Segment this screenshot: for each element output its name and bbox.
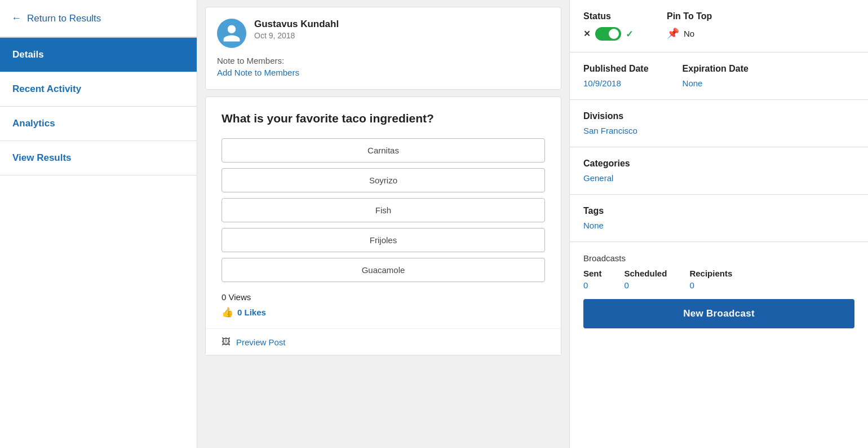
sent-header: Sent	[583, 269, 602, 278]
dates-section: Published Date 10/9/2018 Expiration Date…	[570, 52, 868, 100]
pin-icon: 📌	[667, 27, 679, 39]
arrow-left-icon: ←	[11, 12, 21, 24]
status-toggle[interactable]	[595, 27, 621, 41]
expiration-date-value: None	[683, 78, 749, 88]
poll-option-soyrizo[interactable]: Soyrizo	[222, 168, 545, 192]
pin-value: No	[684, 29, 694, 38]
categories-value: General	[583, 173, 854, 183]
preview-post-link[interactable]: Preview Post	[236, 337, 286, 347]
poll-option-fish[interactable]: Fish	[222, 198, 545, 222]
divisions-section: Divisions San Francisco	[570, 100, 868, 147]
status-label: Status	[583, 11, 633, 21]
preview-post-row: 🖼 Preview Post	[206, 328, 561, 355]
post-card: Gustavus Kundahl Oct 9, 2018 Note to Mem…	[205, 7, 561, 90]
broadcasts-cols: Sent 0 Scheduled 0 Recipients 0	[583, 269, 854, 290]
expiration-date-label: Expiration Date	[683, 64, 749, 74]
poll-views: 0 Views	[222, 292, 545, 302]
published-date-value: 10/9/2018	[583, 78, 649, 88]
return-to-results-label: Return to Results	[27, 13, 101, 24]
poll-question: What is your favorite taco ingredient?	[222, 111, 545, 126]
broadcast-scheduled: Scheduled 0	[625, 269, 667, 290]
image-icon: 🖼	[222, 337, 231, 347]
status-pin-section: Status ✕ ✓ Pin To Top 📌 No	[570, 0, 868, 52]
poll-likes[interactable]: 👍 0 Likes	[222, 306, 545, 318]
sidebar-item-view-results[interactable]: View Results	[0, 141, 197, 175]
note-label: Note to Members:	[217, 56, 550, 65]
toggle-on-icon: ✓	[626, 29, 633, 39]
pin-section: Pin To Top 📌 No	[667, 11, 712, 39]
pin-label: Pin To Top	[667, 11, 712, 21]
avatar	[217, 19, 246, 48]
tags-label: Tags	[583, 206, 854, 216]
toggle-row: ✕ ✓	[583, 27, 633, 41]
likes-count: 0 Likes	[237, 308, 266, 317]
poll-option-carnitas[interactable]: Carnitas	[222, 138, 545, 162]
divisions-label: Divisions	[583, 111, 854, 121]
poll-option-guacamole[interactable]: Guacamole	[222, 258, 545, 282]
add-note-link[interactable]: Add Note to Members	[217, 68, 299, 77]
post-date: Oct 9, 2018	[254, 31, 339, 40]
broadcast-recipients: Recipients 0	[689, 269, 732, 290]
tags-value: None	[583, 221, 854, 230]
post-author-name: Gustavus Kundahl	[254, 19, 339, 30]
broadcasts-title: Broadcasts	[583, 253, 854, 263]
sent-value: 0	[583, 280, 602, 290]
sidebar-item-analytics[interactable]: Analytics	[0, 107, 197, 141]
status-section: Status ✕ ✓	[583, 11, 633, 41]
scheduled-value: 0	[625, 280, 667, 290]
sidebar-item-details[interactable]: Details	[0, 38, 197, 72]
main-content: Gustavus Kundahl Oct 9, 2018 Note to Mem…	[197, 0, 569, 448]
poll-card: What is your favorite taco ingredient? C…	[205, 96, 561, 355]
broadcast-sent: Sent 0	[583, 269, 602, 290]
right-panel: Status ✕ ✓ Pin To Top 📌 No Published Dat…	[569, 0, 868, 448]
toggle-off-icon: ✕	[583, 29, 591, 39]
return-to-results-link[interactable]: ← Return to Results	[0, 0, 197, 38]
broadcasts-section: Broadcasts Sent 0 Scheduled 0 Recipients…	[570, 242, 868, 340]
sidebar-item-recent-activity[interactable]: Recent Activity	[0, 72, 197, 107]
poll-option-frijoles[interactable]: Frijoles	[222, 228, 545, 252]
recipients-value: 0	[689, 280, 732, 290]
expiration-date-field: Expiration Date None	[683, 64, 749, 88]
categories-section: Categories General	[570, 147, 868, 195]
user-icon	[222, 23, 242, 43]
published-date-label: Published Date	[583, 64, 649, 74]
pin-row: 📌 No	[667, 27, 712, 39]
categories-label: Categories	[583, 159, 854, 169]
post-header: Gustavus Kundahl Oct 9, 2018	[217, 19, 550, 48]
thumbs-up-icon: 👍	[222, 306, 233, 318]
recipients-header: Recipients	[689, 269, 732, 278]
sidebar: ← Return to Results Details Recent Activ…	[0, 0, 197, 448]
tags-section: Tags None	[570, 195, 868, 242]
new-broadcast-button[interactable]: New Broadcast	[583, 299, 854, 328]
post-author-info: Gustavus Kundahl Oct 9, 2018	[254, 19, 339, 40]
published-date-field: Published Date 10/9/2018	[583, 64, 649, 88]
divisions-value: San Francisco	[583, 126, 854, 135]
scheduled-header: Scheduled	[625, 269, 667, 278]
